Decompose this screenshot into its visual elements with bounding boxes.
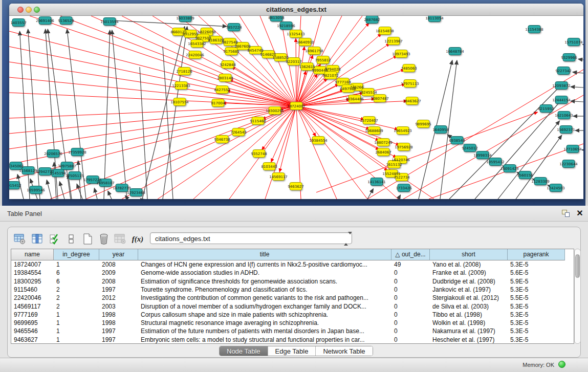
table-cell: 49	[391, 260, 430, 269]
table-cell: 5.3E-5	[508, 302, 565, 311]
table-cell: 5.3E-5	[508, 319, 565, 327]
delete-table-icon[interactable]	[97, 232, 111, 246]
graph-edge	[296, 47, 304, 106]
graph-node-label: 16543382	[188, 42, 206, 46]
graph-edge	[112, 30, 127, 199]
table-cell: 9465546	[11, 327, 54, 335]
graph-node-label: 9821072	[322, 74, 338, 78]
graph-node-label: 12213967	[384, 39, 403, 43]
table-cell: Genome-wide association studies in ADHD.	[138, 269, 391, 277]
graph-node-label: 18113054	[425, 16, 444, 20]
table-row[interactable]: 911546021997Tourette syndrome. Phenomeno…	[11, 286, 574, 294]
graph-node-label: 17710654	[563, 147, 582, 151]
tab-node-table[interactable]: Node Table	[220, 346, 268, 356]
graph-node-label: 8220317	[286, 60, 301, 64]
column-header-short[interactable]: short	[430, 249, 508, 260]
table-row[interactable]: 946554611997Estimation of the future num…	[11, 327, 574, 335]
graph-edge	[232, 67, 296, 106]
table-cell: 5.3E-5	[508, 336, 565, 344]
graph-node-label: 11283309	[531, 180, 550, 184]
column-header-out-de-[interactable]: △ out_de...	[391, 249, 430, 260]
graph-node-label: 20364486	[345, 97, 364, 101]
table-row[interactable]: 969969511998Structural magnetic resonanc…	[11, 319, 574, 327]
graph-node-label: 9352748	[251, 152, 267, 156]
tab-network-table[interactable]: Network Table	[316, 346, 372, 356]
table-row[interactable]: 977716911998Corpus callosum shape and si…	[11, 311, 574, 319]
graph-node-label: 22420046	[186, 53, 204, 57]
table-cell: 18724007	[11, 260, 54, 269]
column-header-pagerank[interactable]: pagerank	[508, 249, 565, 260]
table-settings-icon[interactable]	[13, 232, 27, 246]
graph-node-label: 7264543	[230, 130, 246, 135]
memory-status-label: Memory: OK	[522, 362, 554, 368]
graph-edge	[296, 38, 296, 106]
table-row[interactable]: 1938455462009Genome-wide association stu…	[11, 269, 574, 277]
table-vertical-scrollbar[interactable]	[574, 249, 581, 344]
tab-edge-table[interactable]: Edge Table	[268, 346, 316, 356]
graph-node-label: 7955812	[315, 58, 331, 62]
graph-node-label: 16640910	[296, 40, 314, 45]
graph-node-label: 7485063	[401, 67, 417, 71]
graph-node-label: 9915412	[9, 184, 21, 188]
table-cell: 0	[391, 269, 430, 277]
table-cell: 22420046	[11, 294, 54, 302]
network-canvas[interactable]: 1872400786601238912955182260589827503818…	[9, 16, 583, 199]
graph-node-label: 19384554	[309, 139, 328, 143]
network-window[interactable]: citations_edges.txt 18724007866012	[9, 4, 583, 199]
table-panel-header: Table Panel ✕	[0, 206, 588, 222]
graph-edge	[229, 79, 296, 106]
table-cell: Jankovic et al. (1997)	[430, 286, 508, 294]
new-table-icon[interactable]	[80, 232, 95, 246]
graph-node-label: 12424503	[547, 186, 565, 190]
graph-node-label: 6497568	[340, 87, 356, 91]
close-panel-icon[interactable]: ✕	[575, 209, 584, 218]
graph-edge	[47, 180, 52, 199]
graph-node-label: 16958107	[96, 181, 115, 185]
graph-node-label: 18245514	[359, 91, 377, 95]
table-cell: 5.3E-5	[508, 311, 565, 319]
graph-node-label: 9175685	[223, 50, 239, 54]
column-header-in-degree[interactable]: in_degree	[54, 249, 99, 260]
graph-node-label: 9329966	[561, 56, 577, 60]
table-cell: 5.9E-5	[508, 277, 565, 286]
table-row[interactable]: 2242004622012Investigating the contribut…	[11, 294, 574, 302]
table-row[interactable]: 1872400712008Changes of HCN gene express…	[11, 260, 574, 269]
column-header-year[interactable]: year	[99, 249, 138, 260]
graph-node-label: 16961758	[305, 49, 323, 53]
float-panel-icon[interactable]	[562, 210, 570, 217]
table-cell: Structural magnetic resonance image aver…	[138, 319, 391, 327]
graph-edge	[398, 195, 401, 199]
dropdown-arrows-icon	[344, 234, 350, 243]
column-header-name[interactable]: name	[11, 249, 54, 260]
column-header-title[interactable]: title	[138, 249, 391, 260]
graph-node-label: 19218596	[277, 24, 295, 28]
graph-node-label: 11154388	[525, 28, 543, 32]
scrollbar-thumb[interactable]	[575, 254, 580, 278]
graph-edge	[140, 199, 141, 199]
table-cell: 1	[54, 319, 99, 327]
function-builder-icon[interactable]: f(x)	[130, 232, 145, 246]
table-row[interactable]: 1830029562008Estimation of significance …	[11, 277, 574, 286]
graph-node-label: 16091424	[500, 167, 519, 171]
table-cell: Franke et al. (2009)	[430, 269, 508, 277]
table-select-dropdown[interactable]: citations_edges.txt	[150, 232, 352, 244]
row-height-icon[interactable]	[64, 232, 78, 246]
graph-node-label: 6938544	[449, 139, 465, 143]
graph-node-label: 18724007	[287, 104, 306, 108]
table-cell: 0	[391, 319, 430, 327]
graph-node-label: 12444154	[552, 98, 571, 102]
graph-node-label: 9899695	[415, 122, 431, 126]
select-columns-icon[interactable]	[48, 232, 62, 246]
column-chooser-icon[interactable]	[30, 232, 45, 246]
graph-node-label: 1615132	[386, 163, 402, 167]
graph-node-label: 15720407	[360, 119, 378, 123]
table-row[interactable]: 1456911722003Disruption of a novel membe…	[11, 302, 574, 311]
table-cell: 5.5E-5	[508, 294, 565, 302]
graph-edge	[578, 59, 583, 60]
network-window-titlebar[interactable]: citations_edges.txt	[9, 4, 583, 16]
graph-node-label: 7857224	[226, 26, 242, 30]
table-cell: Tibbo et al. (1998)	[430, 311, 508, 319]
graph-node-label: 9560156	[517, 173, 533, 178]
table-panel-title: Table Panel	[7, 210, 42, 217]
table-row[interactable]: 946362711997Embryonic stem cells: a mode…	[11, 336, 574, 344]
